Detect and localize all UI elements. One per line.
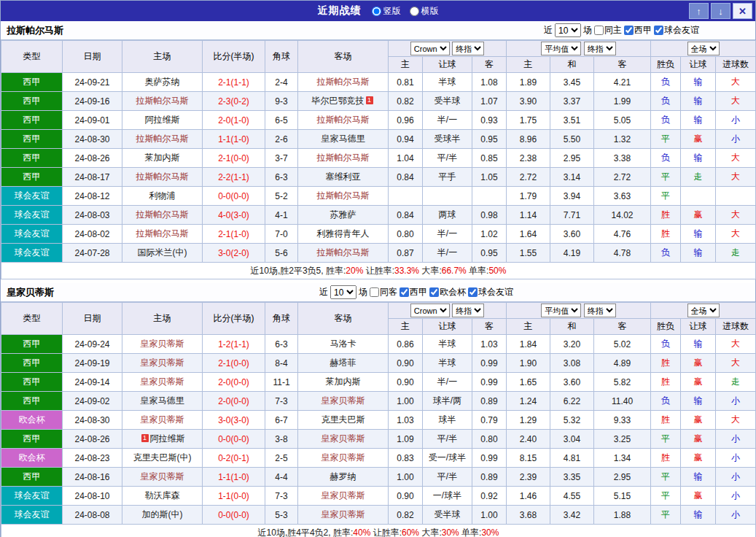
filter-games-label: 场 <box>359 286 367 298</box>
filter-check-2[interactable]: 球会友谊 <box>654 24 699 36</box>
filter-checkbox[interactable] <box>370 287 379 297</box>
filter-checkbox-label: 西甲 <box>634 24 652 36</box>
odds-handicap: 受球半 <box>423 130 472 149</box>
matches-table: 类型 日期 主场 比分(半场) 角球 客场 Crown 终指 平均值 终指 <box>1 302 756 537</box>
recent-count-select[interactable]: 10 <box>555 23 581 37</box>
vertical-radio-input[interactable] <box>372 7 381 16</box>
result-goals: 小 <box>716 487 756 506</box>
odds-stage-select[interactable]: 终指 <box>452 304 484 317</box>
odds-away: 1.03 <box>472 335 507 354</box>
avg-draw: 3.37 <box>550 92 594 111</box>
away-team: 苏雅萨 <box>298 206 389 225</box>
score: 1-1(1-0) <box>203 468 265 487</box>
corner-score: 2-6 <box>265 130 298 149</box>
col-header-wdl: 胜负 <box>651 319 681 335</box>
filter-checkbox[interactable] <box>400 287 409 297</box>
avg-draw: 3.45 <box>550 73 594 92</box>
result-wdl: 负 <box>651 149 681 168</box>
odds-home: 0.90 <box>389 354 423 373</box>
result-wdl: 负 <box>651 392 681 411</box>
recent-count-select[interactable]: 10 <box>330 285 356 299</box>
odds-away: 0.95 <box>472 130 507 149</box>
odds-home: 0.84 <box>389 168 423 187</box>
odds-stage-select[interactable]: 终指 <box>452 42 484 55</box>
layout-radio-vertical[interactable]: 竖版 <box>372 5 401 18</box>
filter-bar: 近10场同客西甲欧会杯球会友谊 <box>319 285 513 299</box>
filter-check-1[interactable]: 西甲 <box>400 286 427 298</box>
league-type-badge: 球会友谊 <box>1 187 63 206</box>
match-date: 24-08-08 <box>63 506 122 525</box>
match-row: 球会友谊24-08-08加的斯(中)0-0(0-0)5-3皇家贝蒂斯0.82受半… <box>1 506 756 525</box>
score: 3-0(2-0) <box>203 244 265 263</box>
close-icon[interactable]: ✕ <box>733 3 752 19</box>
score: 2-0(1-0) <box>203 111 265 130</box>
avg-type-select[interactable]: 平均值 <box>541 304 581 317</box>
odds-away: 0.99 <box>472 449 507 468</box>
filter-checkbox[interactable] <box>594 26 604 35</box>
filter-checkbox[interactable] <box>624 26 634 35</box>
move-up-icon[interactable]: ↑ <box>689 3 709 19</box>
filter-checkbox[interactable] <box>429 287 439 297</box>
odds-home: 0.80 <box>389 225 423 244</box>
filter-checkbox-label: 欧会杯 <box>440 286 466 298</box>
result-goals: 大 <box>716 73 756 92</box>
filter-check-3[interactable]: 球会友谊 <box>468 286 513 298</box>
summary-text: 近10场,胜2平3负5, 胜率: <box>251 266 346 276</box>
match-scope-select[interactable]: 全场 <box>687 304 720 317</box>
result-wdl: 胜 <box>651 354 681 373</box>
score: 0-0(0-0) <box>203 506 265 525</box>
avg-home: 1.90 <box>507 354 550 373</box>
col-header-date: 日期 <box>63 303 122 335</box>
result-goals: 小 <box>716 111 756 130</box>
avg-away: 5.05 <box>594 111 651 130</box>
odds-company-select[interactable]: Crown <box>410 304 450 317</box>
summary-text: 让胜率: <box>363 266 394 276</box>
move-down-icon[interactable]: ↓ <box>711 3 730 19</box>
recent-results-panel: 近期战绩 竖版 横版 ↑ ↓ ✕ 拉斯帕尔马斯 近10场同主西甲球会友谊 <box>0 0 756 537</box>
col-header-avg-draw: 和 <box>550 319 594 335</box>
match-row: 西甲24-09-21奥萨苏纳2-1(1-1)2-4拉斯帕尔马斯0.81半球1.0… <box>1 73 756 92</box>
result-handicap: 赢 <box>681 430 716 449</box>
score: 2-1(1-0) <box>203 225 265 244</box>
result-handicap: 输 <box>681 111 716 130</box>
home-team: 加的斯(中) <box>122 506 203 525</box>
avg-stage-select[interactable]: 终指 <box>584 42 616 55</box>
filter-check-0[interactable]: 同客 <box>370 286 397 298</box>
odds-company-select[interactable]: Crown <box>410 42 450 55</box>
filter-check-2[interactable]: 欧会杯 <box>429 286 466 298</box>
result-wdl: 负 <box>651 335 681 354</box>
summary-text: 33.3% <box>394 266 419 276</box>
home-team: 利物浦 <box>122 187 203 206</box>
away-team: 拉斯帕尔马斯 <box>298 187 389 206</box>
odds-handicap: 平/半 <box>423 149 472 168</box>
avg-stage-select[interactable]: 终指 <box>584 304 616 317</box>
filter-checkbox[interactable] <box>654 26 663 35</box>
match-scope-select[interactable]: 全场 <box>687 42 720 55</box>
titlebar: 近期战绩 竖版 横版 ↑ ↓ ✕ <box>1 1 755 21</box>
odds-handicap: 受半球 <box>423 92 472 111</box>
matches-table: 类型 日期 主场 比分(半场) 角球 客场 Crown 终指 平均值 终指 <box>1 40 756 279</box>
horizontal-radio-input[interactable] <box>410 7 419 16</box>
layout-radio-horizontal[interactable]: 横版 <box>410 5 439 18</box>
result-handicap: 输 <box>681 149 716 168</box>
avg-draw: 6.22 <box>550 392 594 411</box>
col-header-odds-home: 主 <box>389 57 423 73</box>
avg-draw: 3.35 <box>550 468 594 487</box>
filter-check-0[interactable]: 同主 <box>594 24 622 36</box>
result-goals: 小 <box>716 506 756 525</box>
score: 2-0(0-0) <box>203 392 265 411</box>
col-header-wdl: 胜负 <box>651 57 681 73</box>
match-row: 西甲24-08-26莱加内斯2-1(0-0)3-7拉斯帕尔马斯1.04平/半0.… <box>1 149 756 168</box>
match-date: 24-08-03 <box>63 206 122 225</box>
away-team: 皇家马德里 <box>298 130 389 149</box>
result-handicap: 赢 <box>681 411 716 430</box>
score: 1-2(1-1) <box>203 335 265 354</box>
filter-check-1[interactable]: 西甲 <box>624 24 652 36</box>
league-type-badge: 西甲 <box>1 392 63 411</box>
away-team: 拉斯帕尔马斯 <box>298 111 389 130</box>
odds-home: 0.90 <box>389 373 423 392</box>
odds-away: 1.00 <box>472 506 507 525</box>
avg-type-select[interactable]: 平均值 <box>541 42 581 55</box>
score: 2-3(0-2) <box>203 92 265 111</box>
filter-checkbox[interactable] <box>468 287 478 297</box>
